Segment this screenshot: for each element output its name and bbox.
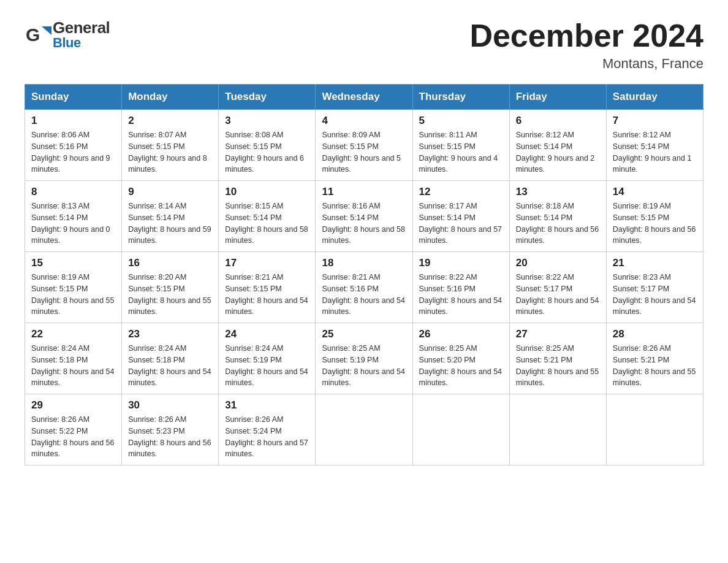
day-info: Sunrise: 8:16 AMSunset: 5:14 PMDaylight:… — [322, 201, 406, 247]
day-info: Sunrise: 8:09 AMSunset: 5:15 PMDaylight:… — [322, 129, 406, 175]
calendar-cell: 19Sunrise: 8:22 AMSunset: 5:16 PMDayligh… — [412, 252, 509, 323]
col-sunday: Sunday — [25, 85, 122, 110]
day-info: Sunrise: 8:24 AMSunset: 5:18 PMDaylight:… — [31, 343, 115, 389]
calendar-cell: 23Sunrise: 8:24 AMSunset: 5:18 PMDayligh… — [122, 323, 219, 394]
day-number: 12 — [419, 186, 503, 198]
day-number: 15 — [31, 257, 115, 269]
calendar-cell: 6Sunrise: 8:12 AMSunset: 5:14 PMDaylight… — [509, 110, 606, 181]
calendar-cell: 20Sunrise: 8:22 AMSunset: 5:17 PMDayligh… — [509, 252, 606, 323]
calendar-cell: 8Sunrise: 8:13 AMSunset: 5:14 PMDaylight… — [25, 181, 122, 252]
col-saturday: Saturday — [606, 85, 703, 110]
col-monday: Monday — [122, 85, 219, 110]
calendar-cell: 30Sunrise: 8:26 AMSunset: 5:23 PMDayligh… — [122, 394, 219, 465]
day-number: 6 — [516, 115, 600, 127]
day-number: 8 — [31, 186, 115, 198]
day-info: Sunrise: 8:24 AMSunset: 5:19 PMDaylight:… — [225, 343, 309, 389]
calendar-cell — [606, 394, 703, 465]
calendar-cell: 24Sunrise: 8:24 AMSunset: 5:19 PMDayligh… — [219, 323, 316, 394]
day-number: 7 — [613, 115, 697, 127]
day-info: Sunrise: 8:12 AMSunset: 5:14 PMDaylight:… — [613, 129, 697, 175]
day-info: Sunrise: 8:20 AMSunset: 5:15 PMDaylight:… — [128, 272, 212, 318]
day-info: Sunrise: 8:26 AMSunset: 5:23 PMDaylight:… — [128, 414, 212, 460]
calendar-cell — [509, 394, 606, 465]
day-number: 17 — [225, 257, 309, 269]
calendar-cell — [316, 394, 412, 465]
day-number: 28 — [613, 328, 697, 340]
calendar-cell: 11Sunrise: 8:16 AMSunset: 5:14 PMDayligh… — [316, 181, 412, 252]
calendar-table: Sunday Monday Tuesday Wednesday Thursday… — [25, 84, 703, 465]
day-info: Sunrise: 8:24 AMSunset: 5:18 PMDaylight:… — [128, 343, 212, 389]
calendar-cell: 21Sunrise: 8:23 AMSunset: 5:17 PMDayligh… — [606, 252, 703, 323]
day-number: 25 — [322, 328, 406, 340]
day-info: Sunrise: 8:15 AMSunset: 5:14 PMDaylight:… — [225, 201, 309, 247]
day-number: 24 — [225, 328, 309, 340]
page-header: G General Blue December 2024 Montans, Fr… — [25, 18, 703, 72]
day-info: Sunrise: 8:26 AMSunset: 5:22 PMDaylight:… — [31, 414, 115, 460]
logo: G General Blue — [25, 18, 110, 51]
day-info: Sunrise: 8:19 AMSunset: 5:15 PMDaylight:… — [613, 201, 697, 247]
calendar-cell: 26Sunrise: 8:25 AMSunset: 5:20 PMDayligh… — [412, 323, 509, 394]
calendar-header: Sunday Monday Tuesday Wednesday Thursday… — [25, 85, 703, 110]
logo-blue-text: Blue — [53, 35, 110, 51]
calendar-cell: 3Sunrise: 8:08 AMSunset: 5:15 PMDaylight… — [219, 110, 316, 181]
calendar-week-row: 15Sunrise: 8:19 AMSunset: 5:15 PMDayligh… — [25, 252, 703, 323]
calendar-cell: 9Sunrise: 8:14 AMSunset: 5:14 PMDaylight… — [122, 181, 219, 252]
calendar-cell: 13Sunrise: 8:18 AMSunset: 5:14 PMDayligh… — [509, 181, 606, 252]
day-info: Sunrise: 8:17 AMSunset: 5:14 PMDaylight:… — [419, 201, 503, 247]
calendar-cell: 27Sunrise: 8:25 AMSunset: 5:21 PMDayligh… — [509, 323, 606, 394]
calendar-cell: 1Sunrise: 8:06 AMSunset: 5:16 PMDaylight… — [25, 110, 122, 181]
calendar-week-row: 8Sunrise: 8:13 AMSunset: 5:14 PMDaylight… — [25, 181, 703, 252]
day-number: 11 — [322, 186, 406, 198]
day-info: Sunrise: 8:26 AMSunset: 5:24 PMDaylight:… — [225, 414, 309, 460]
col-thursday: Thursday — [412, 85, 509, 110]
day-number: 3 — [225, 115, 309, 127]
col-friday: Friday — [509, 85, 606, 110]
calendar-week-row: 29Sunrise: 8:26 AMSunset: 5:22 PMDayligh… — [25, 394, 703, 465]
calendar-cell: 17Sunrise: 8:21 AMSunset: 5:15 PMDayligh… — [219, 252, 316, 323]
day-info: Sunrise: 8:25 AMSunset: 5:21 PMDaylight:… — [516, 343, 600, 389]
calendar-cell: 14Sunrise: 8:19 AMSunset: 5:15 PMDayligh… — [606, 181, 703, 252]
day-number: 4 — [322, 115, 406, 127]
day-number: 26 — [419, 328, 503, 340]
day-info: Sunrise: 8:22 AMSunset: 5:16 PMDaylight:… — [419, 272, 503, 318]
calendar-body: 1Sunrise: 8:06 AMSunset: 5:16 PMDaylight… — [25, 110, 703, 465]
calendar-cell: 7Sunrise: 8:12 AMSunset: 5:14 PMDaylight… — [606, 110, 703, 181]
days-of-week-row: Sunday Monday Tuesday Wednesday Thursday… — [25, 85, 703, 110]
calendar-cell: 2Sunrise: 8:07 AMSunset: 5:15 PMDaylight… — [122, 110, 219, 181]
day-number: 27 — [516, 328, 600, 340]
day-info: Sunrise: 8:12 AMSunset: 5:14 PMDaylight:… — [516, 129, 600, 175]
svg-text:G: G — [26, 25, 40, 45]
day-info: Sunrise: 8:07 AMSunset: 5:15 PMDaylight:… — [128, 129, 212, 175]
day-number: 19 — [419, 257, 503, 269]
calendar-cell — [412, 394, 509, 465]
day-number: 1 — [31, 115, 115, 127]
day-number: 10 — [225, 186, 309, 198]
calendar-cell: 29Sunrise: 8:26 AMSunset: 5:22 PMDayligh… — [25, 394, 122, 465]
day-number: 29 — [31, 399, 115, 412]
day-number: 22 — [31, 328, 115, 340]
day-info: Sunrise: 8:21 AMSunset: 5:16 PMDaylight:… — [322, 272, 406, 318]
day-info: Sunrise: 8:19 AMSunset: 5:15 PMDaylight:… — [31, 272, 115, 318]
calendar-cell: 28Sunrise: 8:26 AMSunset: 5:21 PMDayligh… — [606, 323, 703, 394]
day-number: 18 — [322, 257, 406, 269]
col-wednesday: Wednesday — [316, 85, 412, 110]
day-info: Sunrise: 8:08 AMSunset: 5:15 PMDaylight:… — [225, 129, 309, 175]
calendar-cell: 22Sunrise: 8:24 AMSunset: 5:18 PMDayligh… — [25, 323, 122, 394]
calendar-cell: 16Sunrise: 8:20 AMSunset: 5:15 PMDayligh… — [122, 252, 219, 323]
calendar-cell: 31Sunrise: 8:26 AMSunset: 5:24 PMDayligh… — [219, 394, 316, 465]
location-text: Montans, France — [469, 56, 703, 72]
day-info: Sunrise: 8:06 AMSunset: 5:16 PMDaylight:… — [31, 129, 115, 175]
calendar-week-row: 1Sunrise: 8:06 AMSunset: 5:16 PMDaylight… — [25, 110, 703, 181]
day-info: Sunrise: 8:13 AMSunset: 5:14 PMDaylight:… — [31, 201, 115, 247]
calendar-cell: 4Sunrise: 8:09 AMSunset: 5:15 PMDaylight… — [316, 110, 412, 181]
logo-icon: G — [25, 21, 51, 48]
calendar-cell: 5Sunrise: 8:11 AMSunset: 5:15 PMDaylight… — [412, 110, 509, 181]
day-number: 21 — [613, 257, 697, 269]
day-info: Sunrise: 8:25 AMSunset: 5:19 PMDaylight:… — [322, 343, 406, 389]
calendar-cell: 25Sunrise: 8:25 AMSunset: 5:19 PMDayligh… — [316, 323, 412, 394]
day-info: Sunrise: 8:18 AMSunset: 5:14 PMDaylight:… — [516, 201, 600, 247]
day-number: 23 — [128, 328, 212, 340]
day-number: 2 — [128, 115, 212, 127]
day-info: Sunrise: 8:22 AMSunset: 5:17 PMDaylight:… — [516, 272, 600, 318]
day-number: 30 — [128, 399, 212, 412]
